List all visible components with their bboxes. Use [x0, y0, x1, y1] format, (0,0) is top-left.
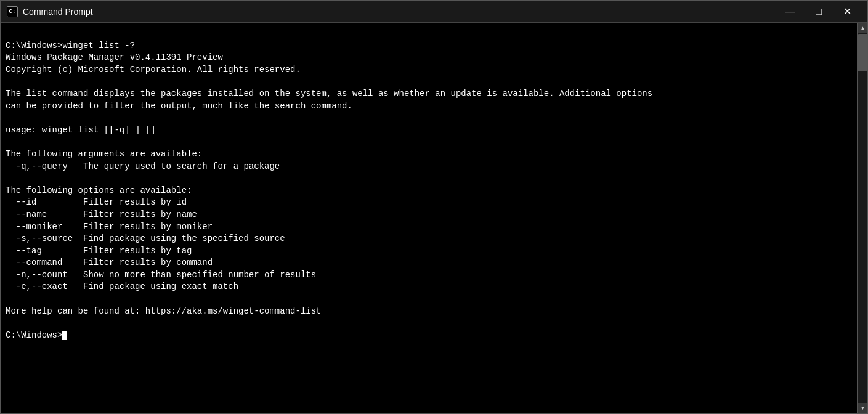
app-icon-label: C:: [9, 9, 16, 15]
command-prompt-window: C: Command Prompt — □ ✕ C:\Windows>winge…: [0, 0, 868, 414]
close-button[interactable]: ✕: [833, 1, 861, 23]
content-area: C:\Windows>winget list -? Windows Packag…: [1, 23, 867, 413]
scroll-thumb[interactable]: [858, 34, 867, 71]
title-bar: C: Command Prompt — □ ✕: [1, 1, 867, 23]
app-icon: C:: [7, 6, 18, 17]
scroll-up-button[interactable]: ▲: [858, 23, 867, 33]
scroll-track: [858, 33, 867, 403]
maximize-button[interactable]: □: [805, 1, 833, 23]
cursor: [62, 331, 67, 340]
scroll-down-button[interactable]: ▼: [858, 403, 867, 413]
window-title: Command Prompt: [23, 7, 776, 17]
terminal-output[interactable]: C:\Windows>winget list -? Windows Packag…: [1, 23, 857, 413]
scrollbar[interactable]: ▲ ▼: [857, 23, 867, 413]
minimize-button[interactable]: —: [776, 1, 805, 23]
window-controls: — □ ✕: [776, 1, 861, 23]
